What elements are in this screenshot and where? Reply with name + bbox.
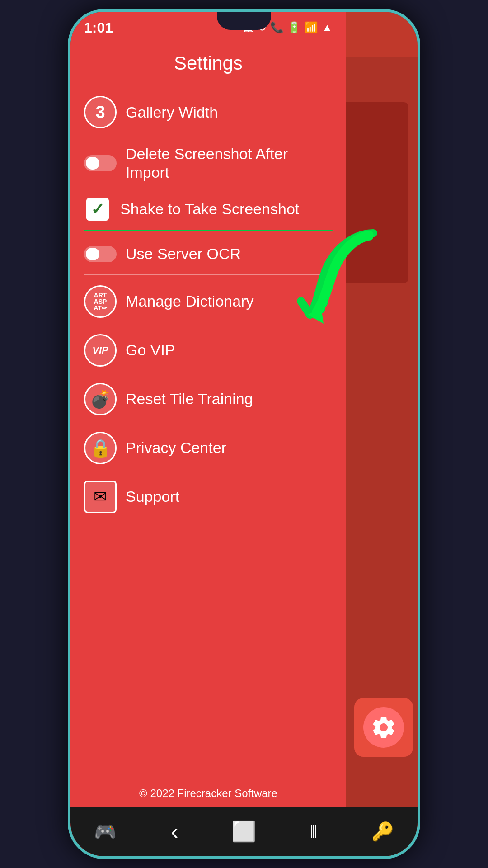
nav-back-icon[interactable]: ‹ bbox=[156, 813, 192, 849]
dict-icon-text2: ASP bbox=[94, 298, 107, 305]
wifi-status-icon: 📶 bbox=[305, 21, 318, 34]
phone-screen: 1:01 🖼 ↻ 📞 🔋 📶 ▲ Settings 3 bbox=[70, 12, 418, 856]
manage-dictionary-item[interactable]: ART ASP AT✏ Manage Dictionary bbox=[80, 277, 337, 326]
camera-notch bbox=[217, 12, 271, 30]
dictionary-icon: ART ASP AT✏ bbox=[84, 285, 117, 318]
shake-screenshot-label: Shake to Take Screenshot bbox=[120, 200, 299, 218]
support-item[interactable]: ✉ Support bbox=[80, 472, 337, 521]
phone-frame: 1:01 🖼 ↻ 📞 🔋 📶 ▲ Settings 3 bbox=[68, 9, 420, 859]
shake-screenshot-checkbox-container: ✓ bbox=[84, 198, 111, 221]
support-label: Support bbox=[126, 487, 179, 506]
nav-bar: 🎮 ‹ ⬜ ⦀ 🔑 bbox=[70, 807, 418, 856]
menu-list: 3 Gallery Width Delete Screenshot After … bbox=[70, 88, 346, 776]
use-server-ocr-toggle[interactable] bbox=[84, 246, 117, 262]
delete-screenshot-label: Delete Screenshot After Import bbox=[126, 145, 333, 182]
dict-icon-text3: AT✏ bbox=[94, 305, 107, 311]
gallery-width-value: 3 bbox=[95, 103, 105, 122]
go-vip-item[interactable]: VIP Go VIP bbox=[80, 326, 337, 375]
privacy-icon: 🔒 bbox=[84, 432, 117, 464]
status-bar: 1:01 🖼 ↻ 📞 🔋 📶 ▲ bbox=[70, 12, 346, 43]
gallery-width-icon: 3 bbox=[84, 96, 117, 128]
delete-screenshot-item[interactable]: Delete Screenshot After Import bbox=[80, 137, 337, 190]
nav-key-icon[interactable]: 🔑 bbox=[365, 813, 401, 849]
delete-screenshot-toggle-thumb bbox=[86, 157, 99, 170]
settings-panel: 1:01 🖼 ↻ 📞 🔋 📶 ▲ Settings 3 bbox=[70, 12, 346, 856]
fab-area bbox=[354, 698, 413, 757]
bomb-icon: 💣 bbox=[84, 383, 117, 415]
delete-screenshot-toggle[interactable] bbox=[84, 155, 117, 171]
reset-tile-training-label: Reset Tile Training bbox=[126, 390, 253, 408]
gear-icon bbox=[370, 714, 397, 741]
nav-recents-icon[interactable]: ⦀ bbox=[296, 813, 332, 849]
settings-title: Settings bbox=[70, 43, 346, 88]
shake-screenshot-item[interactable]: ✓ Shake to Take Screenshot bbox=[80, 190, 337, 229]
gear-fab-icon[interactable] bbox=[363, 707, 404, 748]
reset-tile-training-item[interactable]: 💣 Reset Tile Training bbox=[80, 375, 337, 424]
status-time: 1:01 bbox=[84, 19, 113, 36]
gallery-width-label: Gallery Width bbox=[126, 103, 218, 122]
gallery-width-item[interactable]: 3 Gallery Width bbox=[80, 88, 337, 137]
signal-status-icon: ▲ bbox=[322, 21, 333, 34]
use-server-ocr-item[interactable]: Use Server OCR bbox=[80, 236, 337, 272]
nav-game-icon[interactable]: 🎮 bbox=[87, 813, 123, 849]
battery-status-icon: 🔋 bbox=[287, 21, 301, 34]
divider-1 bbox=[84, 274, 333, 275]
vip-text: VIP bbox=[92, 344, 108, 356]
dict-icon-text: ART bbox=[94, 292, 107, 298]
manage-dictionary-label: Manage Dictionary bbox=[126, 292, 253, 311]
privacy-center-item[interactable]: 🔒 Privacy Center bbox=[80, 424, 337, 472]
copyright-text: © 2022 Firecracker Software bbox=[80, 785, 337, 802]
nav-home-icon[interactable]: ⬜ bbox=[226, 813, 262, 849]
use-server-ocr-toggle-thumb bbox=[86, 248, 99, 260]
privacy-center-label: Privacy Center bbox=[126, 439, 226, 457]
shake-screenshot-checkbox[interactable]: ✓ bbox=[86, 198, 109, 221]
go-vip-label: Go VIP bbox=[126, 341, 175, 359]
use-server-ocr-label: Use Server OCR bbox=[126, 245, 241, 263]
support-icon: ✉ bbox=[84, 481, 117, 513]
checkmark-icon: ✓ bbox=[91, 200, 104, 219]
vip-icon: VIP bbox=[84, 334, 117, 367]
green-divider bbox=[84, 230, 333, 231]
phone-status-icon: 📞 bbox=[270, 21, 284, 34]
